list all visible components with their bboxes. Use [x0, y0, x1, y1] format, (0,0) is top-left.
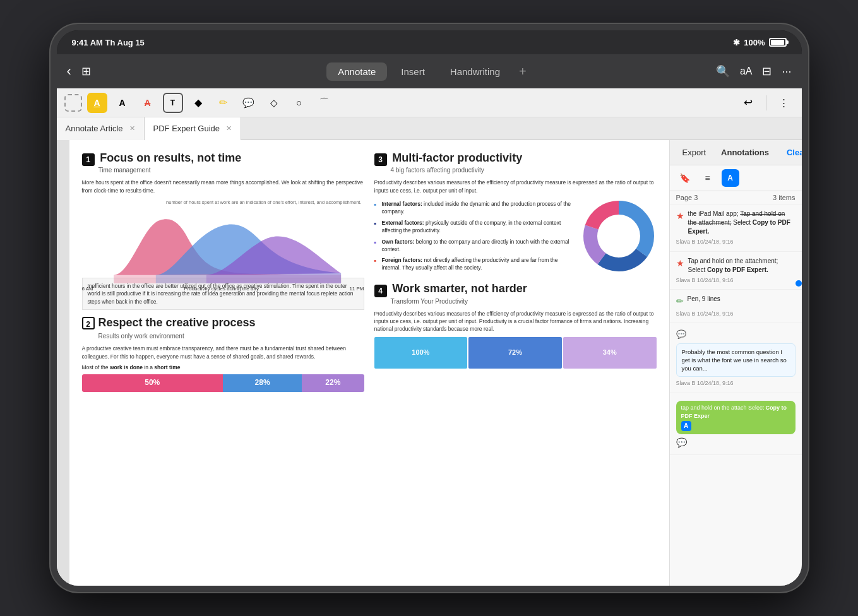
section3-title: Multi-factor productivity	[392, 151, 522, 164]
time-display: 9:41 AM Th Aug 15	[72, 38, 145, 47]
bluetooth-icon: ✱	[733, 38, 740, 47]
bullet-internal: Internal factors: included inside the dy…	[374, 201, 576, 216]
highlight-text-tool[interactable]: A	[87, 93, 107, 113]
page-number: Page 3	[676, 194, 698, 201]
anno-text-3: Pen, 9 lines	[688, 295, 795, 304]
pdf-columns: 1 Focus on results, not time Time manage…	[69, 140, 669, 592]
main-toolbar: ‹ ⊞ Annotate Insert Handwriting + 🔍 aA ⊟…	[57, 54, 802, 88]
chart-start-label: 6 AM	[82, 285, 93, 292]
tab-annotate[interactable]: Annotate	[326, 62, 387, 81]
search-icon[interactable]: 🔍	[716, 64, 730, 78]
grid-button[interactable]: ⊞	[81, 64, 91, 78]
chart-labels: 6 AM Productivity cycles during the day …	[82, 285, 364, 292]
lasso-tool[interactable]: ⌒	[314, 93, 335, 113]
section2-title: Respect the creative process	[98, 315, 256, 331]
shape-tool[interactable]: ○	[289, 93, 309, 113]
text-box-tool[interactable]: T	[163, 93, 183, 113]
annotations-sidebar: Export Annotations Clear 🔖 ≡ A Page 3 3 …	[669, 140, 802, 592]
annotations-list: ★ the iPad Mail app; Tap and hold on the…	[670, 204, 802, 592]
comment-tool[interactable]: 💬	[239, 93, 259, 113]
annotations-button[interactable]: Annotations	[715, 145, 775, 160]
tab-pdf-expert-guide[interactable]: PDF Expert Guide ✕	[145, 117, 242, 140]
annotation-view-button[interactable]: A	[722, 169, 739, 187]
annotation-item-1[interactable]: ★ the iPad Mail app; Tap and hold on the…	[670, 204, 802, 252]
section1-heading: 1 Focus on results, not time	[82, 150, 364, 166]
battery-icon	[769, 38, 787, 47]
highlight-tool[interactable]: ✏	[213, 93, 234, 113]
anno-author-2: Slava B	[676, 277, 696, 283]
anno-text-2: Tap and hold on the attachment; Select C…	[688, 257, 795, 275]
bar-50: 50%	[82, 374, 223, 392]
anno-green-bubble: tap and hold on the attach Select Copy t…	[676, 401, 795, 434]
chart-svg	[82, 208, 364, 283]
more-icon[interactable]: ···	[782, 65, 791, 78]
anno-item-2-header: ★ Tap and hold on the attachment; Select…	[676, 257, 795, 275]
divider	[766, 95, 766, 110]
productivity-chart: number of hours spent at work are an ind…	[82, 199, 364, 275]
book-icon[interactable]: ⊟	[762, 64, 772, 78]
a-badge: A	[681, 421, 691, 431]
device-frame: 9:41 AM Th Aug 15 ✱ 100% ‹ ⊞ Annotate In…	[51, 24, 808, 592]
anno-item-1-header: ★ the iPad Mail app; Tap and hold on the…	[676, 210, 795, 236]
star-icon-2: ★	[676, 258, 684, 270]
anno-meta-1: Slava B 10/24/18, 9:16	[676, 238, 795, 246]
anno-author-4: Slava B	[676, 380, 696, 386]
anno-meta-3: Slava B 10/24/18, 9:16	[676, 310, 795, 318]
bubble-icon: 💬	[676, 329, 686, 340]
tab-annotate-article[interactable]: Annotate Article ✕	[57, 117, 145, 140]
tab-handwriting[interactable]: Handwriting	[439, 62, 511, 81]
annotation-item-2[interactable]: ★ Tap and hold on the attachment; Select…	[670, 252, 802, 290]
anno-date-3: 10/24/18, 9:16	[697, 311, 734, 317]
section3-heading: 3 Multi-factor productivity	[374, 150, 657, 166]
items-count: 3 items	[773, 194, 795, 201]
eraser-tool[interactable]: ◇	[264, 93, 284, 113]
section1-num: 1	[82, 153, 95, 166]
section3-num: 3	[374, 153, 387, 166]
section3-body: Productivity describes various measures …	[374, 179, 657, 194]
font-size-icon[interactable]: aA	[740, 66, 753, 77]
section2-subtitle: Results only work environment	[98, 332, 364, 341]
anno-meta-4: Slava B 10/24/18, 9:16	[676, 379, 795, 388]
clear-button[interactable]: Clear	[780, 145, 802, 160]
anno-bubble-1: Probably the most common question I get …	[676, 343, 795, 377]
anno-date-2: 10/24/18, 9:16	[697, 277, 734, 283]
anno-bubble-icon: 💬	[676, 437, 795, 449]
back-button[interactable]: ‹	[67, 63, 71, 80]
section1-title: Focus on results, not time	[100, 151, 241, 164]
section4-num: 4	[374, 285, 387, 297]
section2-body: A productive creative team must embrace …	[82, 345, 364, 360]
anno-meta-2: Slava B 10/24/18, 9:16	[676, 276, 795, 285]
tab-insert[interactable]: Insert	[390, 62, 436, 81]
bullet-own: Own factors: belong to the company and a…	[374, 239, 576, 254]
chart-note: number of hours spent at work are an ind…	[82, 199, 364, 206]
annotation-item-3[interactable]: ✏ Pen, 9 lines Slava B 10/24/18, 9:16	[670, 290, 802, 323]
export-button[interactable]: Export	[676, 145, 713, 160]
close-annotate-article[interactable]: ✕	[129, 124, 135, 133]
strikethrough-tool[interactable]: A	[138, 93, 158, 113]
callout-tool[interactable]: ◆	[188, 93, 208, 113]
sidebar-sub-header: 🔖 ≡ A	[670, 165, 802, 191]
donut-chart-container	[581, 198, 657, 276]
toolbar-left: ‹ ⊞	[67, 63, 143, 80]
section4-progress-bars: 100% 72% 34%	[374, 337, 657, 369]
list-view-button[interactable]: ≡	[699, 169, 717, 187]
selection-tool[interactable]	[64, 94, 82, 112]
section3-content: Internal factors: included inside the dy…	[374, 198, 657, 278]
bar-22: 22%	[302, 374, 364, 392]
section2-bar-label: Most of the work is done in a short time	[82, 364, 364, 372]
sidebar-header: Export Annotations Clear	[670, 140, 802, 165]
bookmark-view-button[interactable]: 🔖	[676, 169, 694, 187]
add-tab-button[interactable]: +	[514, 62, 532, 81]
bar-28: 28%	[223, 374, 302, 392]
anno-date-1: 10/24/18, 9:16	[697, 239, 734, 245]
pen-icon: ✏	[676, 295, 684, 308]
section3-bullets: Internal factors: included inside the dy…	[374, 201, 576, 276]
more-tools[interactable]: ⋮	[774, 93, 794, 113]
section1-subtitle: Time management	[98, 166, 364, 175]
undo-tool[interactable]: ↩	[738, 93, 758, 113]
annotation-item-5[interactable]: tap and hold on the attach Select Copy t…	[670, 393, 802, 455]
close-pdf-expert-guide[interactable]: ✕	[226, 124, 232, 133]
annotation-item-4[interactable]: 💬 Probably the most common question I ge…	[670, 323, 802, 393]
text-color-tool[interactable]: A	[112, 93, 133, 113]
toolbar-right: 🔍 aA ⊟ ···	[716, 64, 792, 78]
